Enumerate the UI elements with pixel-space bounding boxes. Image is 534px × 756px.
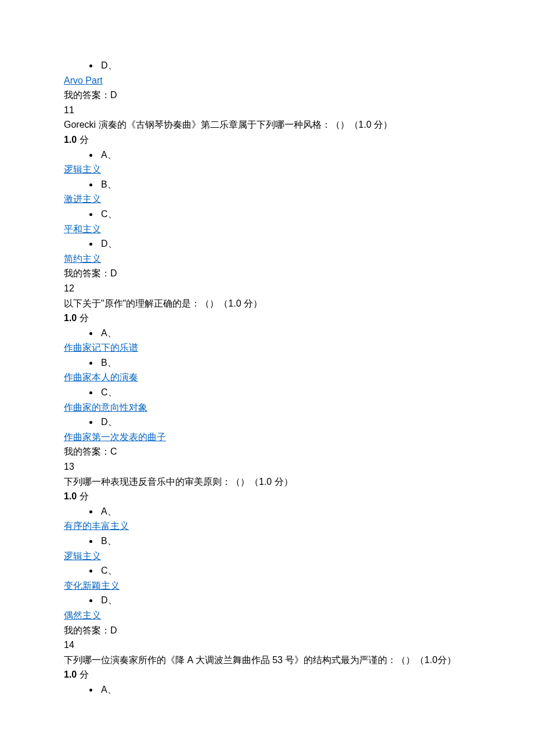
q10-option-d-marker: D、	[99, 58, 470, 73]
q13-option-a-marker: A、	[99, 504, 470, 519]
q13-option-b-link[interactable]: 逻辑主义	[64, 551, 101, 561]
q12-text: 以下关于"原作"的理解正确的是：（）（1.0 分）	[64, 296, 470, 311]
q11-option-d-marker: D、	[99, 236, 470, 251]
q13-score: 1.0 分	[64, 489, 470, 504]
q13-number: 13	[64, 459, 470, 474]
q14-option-a-marker: A、	[99, 682, 470, 697]
q14-score: 1.0 分	[64, 667, 470, 682]
q13-option-d-marker: D、	[99, 593, 470, 608]
q12-option-b-link[interactable]: 作曲家本人的演奏	[64, 372, 138, 382]
q11-option-d-link[interactable]: 简约主义	[64, 254, 101, 264]
q12-score: 1.0 分	[64, 311, 470, 326]
q11-number: 11	[64, 103, 470, 118]
q12-option-b-marker: B、	[99, 355, 470, 370]
q11-option-a-marker: A、	[99, 147, 470, 163]
q12-number: 12	[64, 281, 470, 296]
q11-text: Gorecki 演奏的《古钢琴协奏曲》第二乐章属于下列哪一种风格：（）（1.0 …	[64, 117, 470, 132]
q13-text: 下列哪一种表现违反音乐中的审美原则：（）（1.0 分）	[64, 474, 470, 489]
q12-option-c-marker: C、	[99, 385, 470, 400]
q10-option-d-link[interactable]: Arvo Part	[64, 75, 103, 85]
q11-my-answer: 我的答案：D	[64, 266, 470, 281]
q10-my-answer: 我的答案：D	[64, 88, 470, 103]
q11-score: 1.0 分	[64, 132, 470, 147]
q11-option-a-link[interactable]: 逻辑主义	[64, 164, 101, 174]
q13-option-c-marker: C、	[99, 563, 470, 578]
q11-option-c-link[interactable]: 平和主义	[64, 224, 101, 234]
q12-option-d-marker: D、	[99, 415, 470, 430]
q13-option-b-marker: B、	[99, 534, 470, 549]
q12-option-a-link[interactable]: 作曲家记下的乐谱	[64, 343, 138, 352]
q12-option-d-link[interactable]: 作曲家第一次发表的曲子	[64, 432, 166, 442]
q12-option-a-marker: A、	[99, 326, 470, 341]
q13-option-d-link[interactable]: 偶然主义	[64, 610, 101, 620]
q13-option-a-link[interactable]: 有序的丰富主义	[64, 521, 129, 531]
q12-my-answer: 我的答案：C	[64, 444, 470, 459]
q14-text: 下列哪一位演奏家所作的《降 A 大调波兰舞曲作品 53 号》的结构式最为严谨的：…	[64, 653, 470, 668]
q13-my-answer: 我的答案：D	[64, 623, 470, 638]
q12-option-c-link[interactable]: 作曲家的意向性对象	[64, 402, 147, 412]
q14-number: 14	[64, 638, 470, 653]
q13-option-c-link[interactable]: 变化新颖主义	[64, 581, 120, 591]
q11-option-b-marker: B、	[99, 177, 470, 192]
q11-option-c-marker: C、	[99, 207, 470, 222]
q11-option-b-link[interactable]: 激进主义	[64, 194, 101, 204]
